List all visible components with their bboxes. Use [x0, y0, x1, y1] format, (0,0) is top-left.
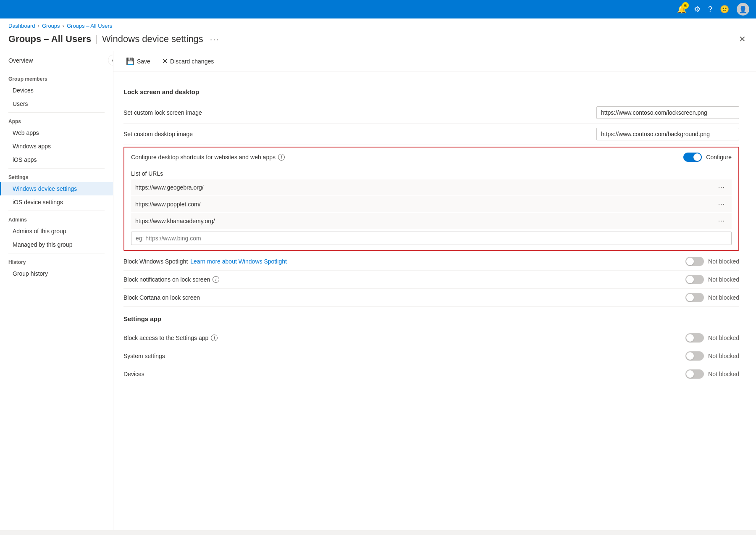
block-settings-app-toggle[interactable] [685, 333, 704, 343]
url-add-input[interactable] [131, 232, 732, 245]
desktop-image-row: Set custom desktop image [123, 124, 739, 145]
close-button[interactable]: ✕ [737, 32, 748, 46]
devices-value: Not blocked [708, 371, 739, 377]
save-button[interactable]: 💾 Save [123, 55, 153, 67]
sidebar-item-ios-device-settings[interactable]: iOS device settings [0, 195, 113, 209]
system-settings-toggle-container: Not blocked [685, 351, 739, 361]
sidebar-item-ios-apps[interactable]: iOS apps [0, 153, 113, 166]
sidebar-item-overview[interactable]: Overview [0, 51, 113, 68]
system-settings-toggle[interactable] [685, 351, 704, 361]
lock-screen-section-title: Lock screen and desktop [123, 88, 739, 95]
block-spotlight-row: Block Windows Spotlight Learn more about… [123, 253, 739, 271]
sidebar-item-group-history[interactable]: Group history [0, 267, 113, 280]
block-spotlight-toggle-container: Not blocked [685, 257, 739, 266]
title-separator: | [95, 34, 98, 45]
url-text-2: https://www.khanacademy.org/ [135, 218, 215, 224]
help-icon[interactable]: ? [708, 5, 712, 14]
spotlight-learn-more-link[interactable]: Learn more about Windows Spotlight [190, 258, 287, 265]
desktop-shortcuts-toggle[interactable] [683, 153, 702, 162]
sidebar-item-users[interactable]: Users [0, 97, 113, 111]
desktop-shortcuts-info-icon[interactable]: i [278, 154, 285, 161]
sidebar-section-admins: Admins [0, 213, 113, 224]
page-title: Groups – All Users [8, 34, 91, 45]
breadcrumb-dashboard[interactable]: Dashboard [8, 23, 35, 29]
lock-screen-image-input[interactable] [596, 106, 739, 119]
block-cortana-value: Not blocked [708, 294, 739, 301]
breadcrumb-sep1: › [38, 23, 39, 29]
notification-badge: 6 [682, 2, 689, 9]
page-header: Groups – All Users | Windows device sett… [0, 31, 756, 51]
desktop-image-input[interactable] [596, 128, 739, 140]
discard-icon: ✕ [162, 57, 168, 65]
avatar[interactable]: 👤 [737, 3, 749, 16]
block-cortana-toggle-container: Not blocked [685, 293, 739, 302]
bottom-scrollbar[interactable] [0, 530, 756, 535]
toolbar: 💾 Save ✕ Discard changes [113, 51, 756, 71]
sidebar-item-managed-by-group[interactable]: Managed by this group [0, 238, 113, 251]
breadcrumb-current[interactable]: Groups – All Users [67, 23, 112, 29]
save-icon: 💾 [126, 57, 134, 65]
url-text-1: https://www.popplet.com/ [135, 201, 201, 208]
block-notifications-label: Block notifications on lock screen i [123, 276, 219, 283]
block-notifications-toggle[interactable] [685, 275, 704, 284]
block-notifications-info-icon[interactable]: i [213, 276, 219, 283]
desktop-shortcuts-toggle-label: Configure [706, 154, 732, 161]
divider-group-members [8, 70, 105, 70]
divider-settings [8, 168, 105, 169]
url-ellipsis-2[interactable]: ··· [716, 216, 727, 226]
url-item-2: https://www.khanacademy.org/ ··· [131, 213, 732, 229]
breadcrumb: Dashboard › Groups › Groups – All Users [0, 18, 756, 31]
url-text-0: https://www.geogebra.org/ [135, 184, 204, 191]
discard-button[interactable]: ✕ Discard changes [160, 55, 216, 67]
block-settings-app-row: Block access to the Settings app i Not b… [123, 329, 739, 347]
desktop-shortcuts-toggle-container: Configure [683, 153, 732, 162]
breadcrumb-sep2: › [63, 23, 64, 29]
url-ellipsis-1[interactable]: ··· [716, 200, 727, 209]
system-settings-row: System settings Not blocked [123, 347, 739, 365]
save-label: Save [137, 58, 150, 65]
sidebar-item-devices[interactable]: Devices [0, 84, 113, 97]
block-settings-app-value: Not blocked [708, 335, 739, 341]
lock-screen-image-right [596, 106, 739, 119]
settings-app-section-title: Settings app [123, 315, 739, 322]
devices-row: Devices Not blocked [123, 365, 739, 383]
top-bar: 🔔 6 ⚙ ? 🙂 👤 [0, 0, 756, 18]
devices-toggle-container: Not blocked [685, 369, 739, 379]
desktop-shortcuts-section: Configure desktop shortcuts for websites… [123, 147, 739, 251]
url-item-1: https://www.popplet.com/ ··· [131, 196, 732, 212]
system-settings-label: System settings [123, 353, 165, 359]
divider-history [8, 253, 105, 253]
main-layout: « Overview Group members Devices Users A… [0, 51, 756, 535]
sidebar-item-admins-of-group[interactable]: Admins of this group [0, 224, 113, 238]
block-settings-app-toggle-container: Not blocked [685, 333, 739, 343]
breadcrumb-groups[interactable]: Groups [42, 23, 60, 29]
sidebar-section-history: History [0, 255, 113, 267]
feedback-icon[interactable]: 🙂 [720, 5, 729, 14]
lock-screen-image-label: Set custom lock screen image [123, 109, 202, 116]
desktop-image-label: Set custom desktop image [123, 131, 193, 137]
block-notifications-value: Not blocked [708, 276, 739, 283]
page-subtitle: Windows device settings [102, 34, 203, 45]
url-ellipsis-0[interactable]: ··· [716, 183, 727, 192]
sidebar-item-windows-apps[interactable]: Windows apps [0, 140, 113, 153]
notification-icon[interactable]: 🔔 6 [677, 5, 686, 14]
page-header-left: Groups – All Users | Windows device sett… [8, 34, 222, 45]
block-cortana-row: Block Cortana on lock screen Not blocked [123, 289, 739, 307]
header-ellipsis-button[interactable]: ··· [207, 34, 222, 45]
sidebar-item-web-apps[interactable]: Web apps [0, 126, 113, 140]
sidebar-section-apps: Apps [0, 114, 113, 126]
block-notifications-toggle-container: Not blocked [685, 275, 739, 284]
system-settings-value: Not blocked [708, 353, 739, 359]
block-notifications-row: Block notifications on lock screen i Not… [123, 271, 739, 289]
discard-label: Discard changes [170, 58, 214, 65]
settings-icon[interactable]: ⚙ [694, 5, 701, 14]
settings-content: Lock screen and desktop Set custom lock … [113, 71, 756, 400]
sidebar: « Overview Group members Devices Users A… [0, 51, 113, 535]
block-cortana-label: Block Cortana on lock screen [123, 294, 200, 301]
sidebar-item-windows-device-settings[interactable]: Windows device settings [0, 182, 113, 195]
devices-toggle[interactable] [685, 369, 704, 379]
block-settings-info-icon[interactable]: i [211, 335, 218, 341]
block-spotlight-value: Not blocked [708, 258, 739, 265]
block-cortana-toggle[interactable] [685, 293, 704, 302]
block-spotlight-toggle[interactable] [685, 257, 704, 266]
